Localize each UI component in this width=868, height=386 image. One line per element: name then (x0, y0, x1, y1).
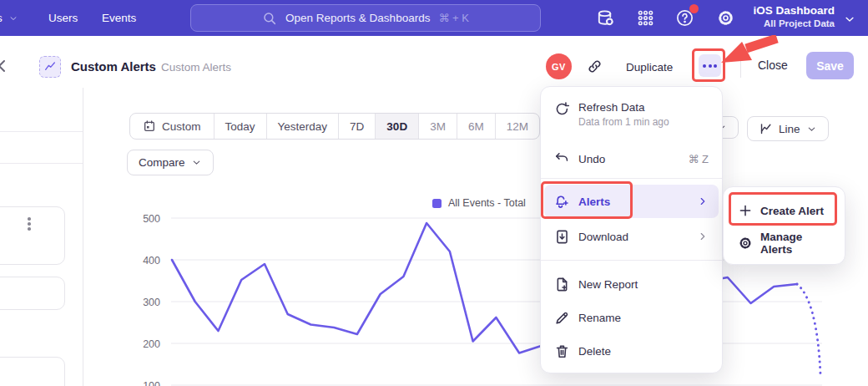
top-nav: s Users Events Open Reports & Dashboards… (0, 0, 868, 36)
download-icon (554, 229, 570, 245)
page-title: Custom Alerts (71, 59, 156, 74)
report-header: Custom Alerts Custom Alerts GV Duplicate… (0, 36, 868, 88)
pencil-icon (554, 310, 570, 326)
date-range-12m[interactable]: 12M (495, 114, 539, 139)
menu-item-alerts[interactable]: Alerts (544, 185, 719, 218)
nav-item-boards-partial[interactable]: s (0, 12, 18, 24)
chevron-right-icon (697, 196, 709, 207)
gear-icon (738, 236, 753, 251)
refresh-sublabel: Data from 1 min ago (578, 115, 669, 130)
back-chevron-fragment (0, 59, 6, 73)
dashboard-card[interactable] (0, 277, 65, 310)
header-divider (740, 54, 741, 78)
context-menu: Refresh Data Data from 1 min ago Undo ⌘ … (540, 86, 723, 373)
breadcrumb: Custom Alerts (161, 61, 231, 74)
chevron-down-icon (191, 157, 202, 168)
kebab-menu-icon[interactable] (24, 217, 34, 232)
menu-item-refresh-data[interactable]: Refresh Data Data from 1 min ago (544, 94, 719, 136)
dashboard-card[interactable] (0, 357, 65, 386)
date-range-7d[interactable]: 7D (338, 114, 375, 139)
search-icon (262, 11, 277, 26)
line-chart-icon (759, 122, 773, 136)
search-input[interactable]: Open Reports & Dashboards ⌘ + K (190, 4, 541, 32)
menu-divider (541, 260, 722, 261)
trash-icon (554, 343, 570, 359)
project-scope: All Project Data (753, 18, 835, 29)
search-shortcut: ⌘ + K (438, 12, 469, 24)
svg-text:400: 400 (143, 255, 160, 267)
svg-text:100: 100 (143, 380, 160, 386)
submenu-item-manage-alerts[interactable]: Manage Alerts (728, 227, 840, 259)
legend-label: All Events - Total (448, 197, 526, 209)
menu-item-rename[interactable]: Rename (544, 301, 719, 334)
submenu-item-create-alert[interactable]: Create Alert (728, 195, 840, 226)
sidebar-row-divider (0, 131, 83, 132)
svg-text:200: 200 (143, 338, 160, 350)
close-button[interactable]: Close (758, 58, 788, 72)
menu-divider (541, 178, 722, 179)
chart-type-dropdown[interactable]: Line (747, 116, 829, 141)
project-selector[interactable]: iOS Dashboard All Project Data (753, 3, 835, 29)
dashboard-card[interactable] (0, 206, 65, 265)
legend-item[interactable]: All Events - Total (432, 197, 526, 209)
chevron-down-icon[interactable] (843, 13, 856, 26)
alerts-submenu: Create Alert Manage Alerts (723, 186, 845, 265)
report-icon (39, 56, 61, 78)
data-management-icon[interactable] (596, 8, 615, 28)
menu-item-undo[interactable]: Undo ⌘ Z (544, 142, 719, 175)
save-button[interactable]: Save (806, 52, 854, 79)
date-range-6m[interactable]: 6M (457, 114, 495, 139)
menu-item-download[interactable]: Download (544, 220, 719, 253)
app: 500400300200100 All Events - Total Custo… (0, 0, 868, 386)
date-range-picker: Custom Today Yesterday 7D 30D 3M 6M 12M (129, 113, 540, 140)
date-range-today[interactable]: Today (214, 114, 266, 139)
bell-plus-icon (554, 194, 570, 210)
duplicate-button[interactable]: Duplicate (626, 61, 673, 74)
svg-text:300: 300 (143, 297, 160, 308)
avatar[interactable]: GV (546, 53, 572, 79)
file-plus-icon (554, 277, 570, 292)
date-range-30d[interactable]: 30D (375, 114, 418, 139)
date-range-3m[interactable]: 3M (418, 114, 457, 139)
nav-item-users[interactable]: Users (48, 12, 78, 24)
sidebar-row-divider (0, 163, 83, 164)
undo-icon (554, 151, 570, 167)
svg-text:500: 500 (143, 213, 160, 225)
refresh-icon (554, 101, 570, 117)
menu-item-new-report[interactable]: New Report (544, 267, 719, 301)
share-link-icon[interactable] (587, 58, 603, 74)
menu-item-delete[interactable]: Delete (544, 334, 719, 368)
nav-item-events[interactable]: Events (102, 12, 136, 24)
chevron-right-icon (697, 231, 709, 242)
search-placeholder: Open Reports & Dashboards (285, 12, 430, 24)
date-range-yesterday[interactable]: Yesterday (266, 114, 339, 139)
legend-swatch (432, 199, 442, 208)
notification-dot (689, 4, 699, 13)
undo-shortcut: ⌘ Z (688, 153, 709, 165)
more-options-button[interactable] (699, 54, 721, 77)
date-range-custom[interactable]: Custom (130, 114, 214, 139)
plus-icon (738, 203, 753, 218)
settings-gear-icon[interactable] (716, 8, 735, 28)
compare-button[interactable]: Compare (127, 150, 214, 175)
apps-grid-icon[interactable] (636, 8, 655, 28)
chevron-down-icon (8, 13, 18, 23)
chevron-down-icon (806, 124, 817, 135)
ellipsis-icon (703, 64, 717, 68)
project-name: iOS Dashboard (753, 3, 835, 18)
calendar-icon (143, 119, 156, 133)
